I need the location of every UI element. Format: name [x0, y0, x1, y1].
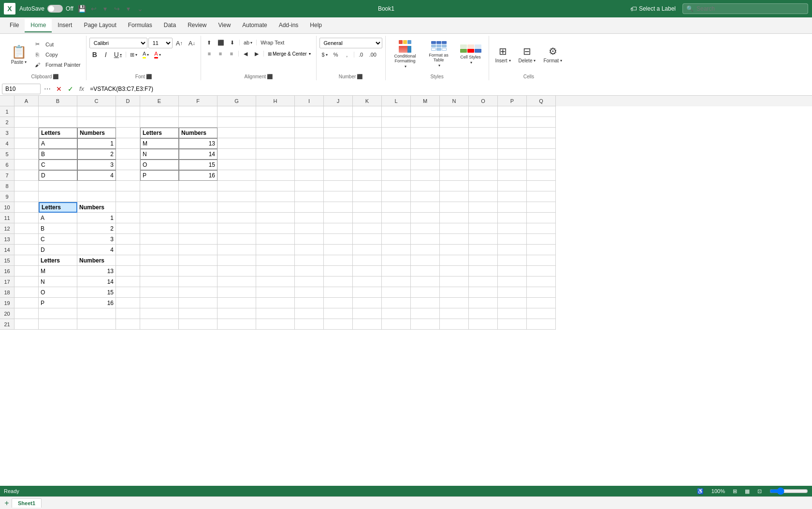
row-num-14[interactable]: 14 — [0, 245, 14, 255]
align-left-button[interactable]: ≡ — [204, 49, 215, 58]
cell-J19[interactable] — [324, 298, 353, 308]
cell-O2[interactable] — [469, 117, 498, 128]
cell-B1[interactable] — [39, 106, 77, 117]
cell-F1[interactable] — [179, 106, 218, 117]
cell-C12[interactable]: 2 — [77, 223, 116, 234]
cell-J14[interactable] — [324, 245, 353, 255]
cell-L6[interactable] — [382, 160, 411, 170]
ribbon-tab-home[interactable]: Home — [25, 19, 52, 32]
cell-L10[interactable] — [382, 202, 411, 213]
cell-K6[interactable] — [353, 160, 382, 170]
cell-E1[interactable] — [140, 106, 179, 117]
cell-N4[interactable] — [440, 138, 469, 149]
cell-G18[interactable] — [218, 287, 256, 298]
row-num-6[interactable]: 6 — [0, 160, 14, 170]
cell-A14[interactable] — [14, 245, 39, 255]
cell-J11[interactable] — [324, 213, 353, 223]
cell-A3[interactable] — [14, 128, 39, 138]
cell-P16[interactable] — [498, 266, 527, 276]
cell-B13[interactable]: C — [39, 234, 77, 245]
cell-D8[interactable] — [116, 181, 140, 191]
cell-B8[interactable] — [39, 181, 77, 191]
cell-E20[interactable] — [140, 308, 179, 319]
add-sheet-button[interactable]: + — [2, 498, 12, 508]
cell-P13[interactable] — [498, 234, 527, 245]
cell-K15[interactable] — [353, 255, 382, 266]
row-num-4[interactable]: 4 — [0, 138, 14, 149]
cell-A16[interactable] — [14, 266, 39, 276]
cell-F21[interactable] — [179, 319, 218, 330]
cell-D2[interactable] — [116, 117, 140, 128]
cell-L7[interactable] — [382, 170, 411, 181]
col-header-H[interactable]: H — [256, 96, 295, 106]
alignment-expand-icon[interactable]: ⬛ — [267, 74, 273, 79]
cell-D6[interactable] — [116, 160, 140, 170]
cell-G7[interactable] — [218, 170, 256, 181]
cell-N9[interactable] — [440, 191, 469, 202]
cell-J5[interactable] — [324, 149, 353, 160]
align-middle-button[interactable]: ⬛ — [215, 38, 227, 47]
view-break-icon[interactable]: ⊡ — [757, 488, 762, 494]
cell-J15[interactable] — [324, 255, 353, 266]
cell-J10[interactable] — [324, 202, 353, 213]
cell-M16[interactable] — [411, 266, 440, 276]
cell-M18[interactable] — [411, 287, 440, 298]
cell-Q18[interactable] — [527, 287, 556, 298]
cell-C3[interactable]: Numbers — [77, 128, 116, 138]
cell-A21[interactable] — [14, 319, 39, 330]
cell-N16[interactable] — [440, 266, 469, 276]
cell-D9[interactable] — [116, 191, 140, 202]
copy-label[interactable]: Copy — [43, 50, 60, 59]
cell-L14[interactable] — [382, 245, 411, 255]
merge-center-button[interactable]: ⊞ Merge & Center ▾ — [265, 50, 313, 58]
col-header-M[interactable]: M — [411, 96, 440, 106]
cell-H15[interactable] — [256, 255, 295, 266]
cell-O6[interactable] — [469, 160, 498, 170]
cell-K9[interactable] — [353, 191, 382, 202]
cell-O8[interactable] — [469, 181, 498, 191]
cell-N18[interactable] — [440, 287, 469, 298]
cell-L5[interactable] — [382, 149, 411, 160]
cell-M15[interactable] — [411, 255, 440, 266]
cell-M6[interactable] — [411, 160, 440, 170]
cell-D7[interactable] — [116, 170, 140, 181]
cell-B11[interactable]: A — [39, 213, 77, 223]
cell-Q2[interactable] — [527, 117, 556, 128]
cell-G15[interactable] — [218, 255, 256, 266]
cell-Q1[interactable] — [527, 106, 556, 117]
cell-M3[interactable] — [411, 128, 440, 138]
cell-C9[interactable] — [77, 191, 116, 202]
cell-F5[interactable]: 14 — [179, 149, 218, 160]
cell-J20[interactable] — [324, 308, 353, 319]
cell-G21[interactable] — [218, 319, 256, 330]
cell-M2[interactable] — [411, 117, 440, 128]
cell-F11[interactable] — [179, 213, 218, 223]
clipboard-expand-icon[interactable]: ⬛ — [53, 74, 58, 79]
cell-E11[interactable] — [140, 213, 179, 223]
cell-Q6[interactable] — [527, 160, 556, 170]
ribbon-tab-view[interactable]: View — [213, 19, 237, 32]
cell-G3[interactable] — [218, 128, 256, 138]
cell-M20[interactable] — [411, 308, 440, 319]
row-num-2[interactable]: 2 — [0, 117, 14, 128]
ribbon-tab-addins[interactable]: Add-ins — [273, 19, 304, 32]
row-num-17[interactable]: 17 — [0, 276, 14, 287]
row-num-21[interactable]: 21 — [0, 319, 14, 330]
cell-F2[interactable] — [179, 117, 218, 128]
undo-dropdown[interactable]: ▾ — [101, 4, 110, 14]
cell-G11[interactable] — [218, 213, 256, 223]
cell-D5[interactable] — [116, 149, 140, 160]
cell-Q4[interactable] — [527, 138, 556, 149]
cell-E9[interactable] — [140, 191, 179, 202]
cell-J18[interactable] — [324, 287, 353, 298]
cell-M5[interactable] — [411, 149, 440, 160]
format-cells-button[interactable]: ⚙ Format ▾ — [540, 43, 566, 66]
col-header-E[interactable]: E — [140, 96, 179, 106]
row-num-11[interactable]: 11 — [0, 213, 14, 223]
indent-decrease-button[interactable]: ◀ — [240, 49, 251, 58]
cell-C10[interactable]: Numbers — [77, 202, 116, 213]
cell-H20[interactable] — [256, 308, 295, 319]
cell-H16[interactable] — [256, 266, 295, 276]
cell-F17[interactable] — [179, 276, 218, 287]
cell-G14[interactable] — [218, 245, 256, 255]
